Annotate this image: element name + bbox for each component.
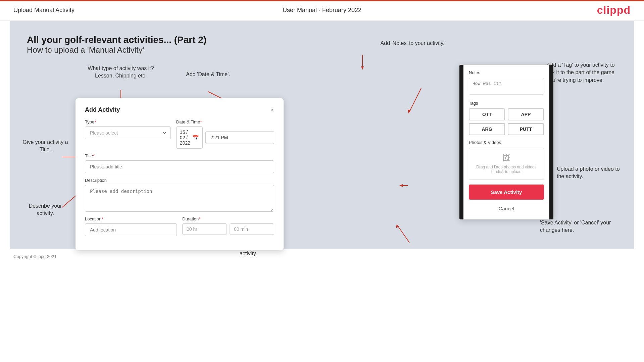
dialog-close-button[interactable]: × <box>270 107 274 113</box>
header: Upload Manual Activity User Manual - Feb… <box>0 0 644 21</box>
date-value: 15 / 02 / 2022 <box>180 130 190 146</box>
annotation-save-cancel: 'Save Activity' or 'Cancel' your changes… <box>540 219 624 234</box>
dialog-header: Add Activity × <box>85 106 274 113</box>
tags-grid: OTT APP ARG PUTT <box>469 108 544 135</box>
annotation-give-title: Give your activity a 'Title'. <box>20 139 70 154</box>
notes-section-label: Notes <box>469 70 544 75</box>
date-time-label: Date & Time* <box>176 119 274 124</box>
type-select[interactable]: Please select <box>85 126 171 139</box>
duration-min-field[interactable]: 00 min <box>230 223 274 235</box>
tag-app[interactable]: APP <box>508 108 544 120</box>
duration-fields: 00 hr 00 min <box>182 223 274 235</box>
form-row-title: Title* <box>85 153 274 173</box>
svg-marker-15 <box>408 109 411 113</box>
duration-group: Duration* 00 hr 00 min <box>182 216 274 236</box>
page-title: Upload Manual Activity <box>13 7 75 14</box>
duration-min-value: 00 min <box>234 226 248 232</box>
notes-textarea[interactable] <box>469 78 544 95</box>
description-textarea[interactable] <box>85 185 274 212</box>
form-row-description: Description <box>85 178 274 212</box>
location-label: Location* <box>85 216 177 221</box>
duration-hr-field[interactable]: 00 hr <box>182 223 227 235</box>
duration-label: Duration* <box>182 216 274 221</box>
duration-hr-value: 00 hr <box>187 226 197 232</box>
add-activity-dialog: Add Activity × Type* Please select Date … <box>76 98 284 250</box>
upload-icon: 🖼 <box>475 153 538 163</box>
photos-label: Photos & Videos <box>469 140 544 145</box>
annotation-notes: Add 'Notes' to your activity. <box>379 40 446 47</box>
svg-marker-13 <box>361 66 364 70</box>
manual-subtitle: User Manual - February 2022 <box>283 7 361 14</box>
svg-marker-17 <box>399 184 403 187</box>
annotation-describe: Describe your activity. <box>20 202 70 217</box>
photos-placeholder-text: Drag and Drop photos and videos or click… <box>475 165 538 174</box>
annotation-upload: Upload a photo or video to the activity. <box>557 165 624 180</box>
logo: clippd <box>597 4 631 16</box>
dialog-title: Add Activity <box>85 106 120 113</box>
cancel-button[interactable]: Cancel <box>469 203 544 214</box>
tag-putt[interactable]: PUTT <box>508 123 544 135</box>
heading-light: How to upload a 'Manual Activity' <box>27 45 617 55</box>
title-label: Title* <box>85 153 274 158</box>
date-input[interactable]: 15 / 02 / 2022 📅 <box>176 126 203 149</box>
svg-line-14 <box>409 88 421 112</box>
annotation-tag: Add a 'Tag' to your activity to link it … <box>547 61 624 84</box>
copyright-text: Copyright Clippd 2021 <box>13 254 57 259</box>
footer: Copyright Clippd 2021 <box>0 249 644 264</box>
description-group: Description <box>85 178 274 212</box>
svg-line-18 <box>398 226 409 243</box>
heading-bold: All your golf-relevant activities... (Pa… <box>27 35 617 45</box>
date-time-group: Date & Time* 15 / 02 / 2022 📅 <box>176 119 274 149</box>
save-activity-button[interactable]: Save Activity <box>469 185 544 200</box>
tag-ott[interactable]: OTT <box>469 108 505 120</box>
photos-section: Photos & Videos 🖼 Drag and Drop photos a… <box>469 140 544 180</box>
title-group: Title* <box>85 153 274 173</box>
location-group: Location* <box>85 216 177 236</box>
svg-marker-19 <box>396 224 399 228</box>
form-row-type-date: Type* Please select Date & Time* 15 / 02… <box>85 119 274 149</box>
title-input[interactable] <box>85 160 274 173</box>
page-heading: All your golf-relevant activities... (Pa… <box>27 35 617 55</box>
photos-upload-area[interactable]: 🖼 Drag and Drop photos and videos or cli… <box>469 148 544 180</box>
description-label: Description <box>85 178 274 183</box>
annotation-date-time: Add 'Date & Time'. <box>181 71 235 78</box>
calendar-icon: 📅 <box>192 135 199 141</box>
type-group: Type* Please select <box>85 119 171 149</box>
time-input[interactable] <box>205 131 274 144</box>
form-row-location-duration: Location* Duration* 00 hr 00 min <box>85 216 274 236</box>
annotation-what-type: What type of activity was it? Lesson, Ch… <box>84 65 158 80</box>
tag-arg[interactable]: ARG <box>469 123 505 135</box>
location-input[interactable] <box>85 223 177 236</box>
type-label: Type* <box>85 119 171 124</box>
main-content: All your golf-relevant activities... (Pa… <box>10 21 634 249</box>
date-time-fields: 15 / 02 / 2022 📅 <box>176 126 274 149</box>
tags-section-label: Tags <box>469 101 544 106</box>
phone-panel: Notes Tags OTT APP ARG PUTT Photos & Vid… <box>459 65 553 219</box>
